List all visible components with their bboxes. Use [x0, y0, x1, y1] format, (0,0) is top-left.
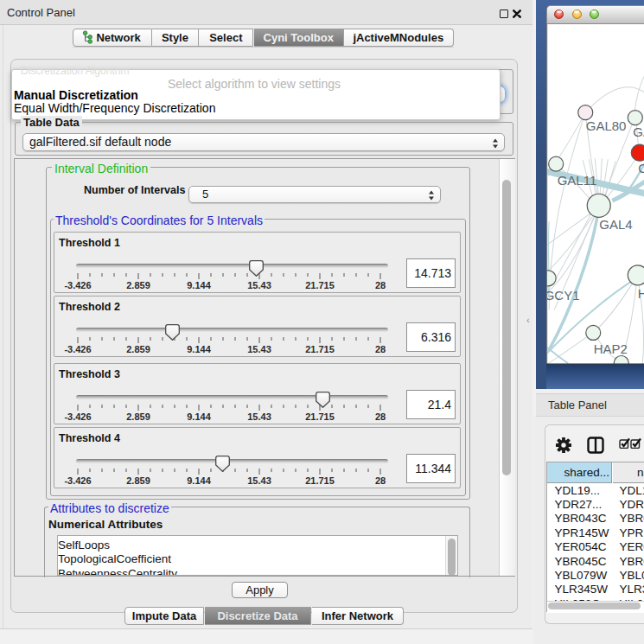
svg-text:GCY1: GCY1: [546, 287, 580, 302]
svg-text:GAL80: GAL80: [585, 118, 626, 132]
svg-text:HA: HA: [637, 285, 644, 300]
svg-text:GAL11: GAL11: [557, 172, 596, 187]
svg-text:GAL4: GAL4: [599, 216, 632, 231]
svg-text:HAP2: HAP2: [593, 341, 627, 355]
svg-text:GAL1: GAL1: [633, 124, 644, 138]
svg-text:CYC: CYC: [638, 160, 644, 175]
